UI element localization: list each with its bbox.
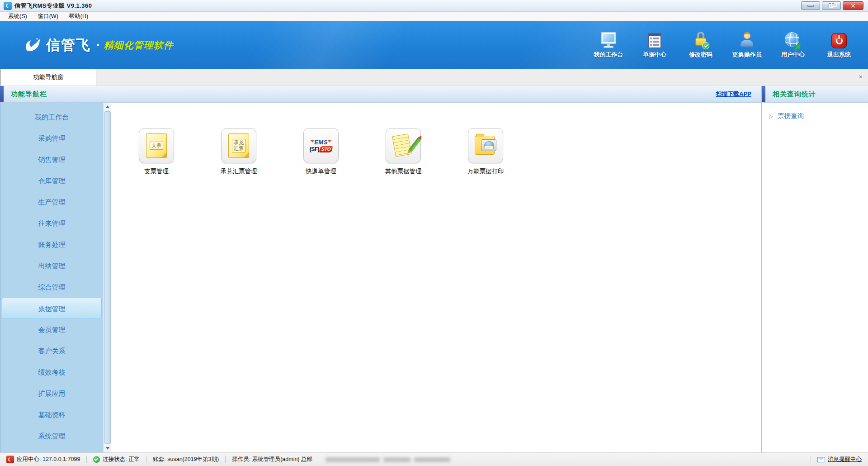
scroll-up-icon [106, 105, 109, 108]
sidebar-item-sales[interactable]: 销售管理 [0, 149, 103, 170]
brand-logo: 信管飞 · 精细化管理软件 [24, 36, 174, 55]
status-account: 账套: susan(2019年第3期) [146, 456, 225, 463]
right-panel-title: 相关查询统计 [773, 90, 816, 99]
sidebar-item-production[interactable]: 生产管理 [0, 191, 103, 213]
sidebar-item-performance[interactable]: 绩效考核 [0, 361, 103, 383]
toolbar-item-switch-operator[interactable]: 更换操作员 [731, 31, 763, 59]
acceptance-bill-icon: 承兑 汇票 [221, 128, 256, 163]
right-panel-accent [762, 86, 765, 102]
toolbar-item-user-center[interactable]: 用户中心 [777, 31, 809, 59]
scroll-thumb[interactable] [104, 111, 111, 444]
left-region: 功能导航栏 扫描下载APP 我的工作台 采购管理 销售管理 仓库管理 生产管理 … [0, 86, 761, 452]
connection-ok-icon [93, 456, 100, 463]
module-other-notes-management[interactable]: 其他票据管理 [376, 128, 430, 176]
workbench-monitor-icon [601, 31, 616, 48]
menu-item-window[interactable]: 窗口(W) [33, 12, 64, 21]
sidebar-item-extensions[interactable]: 扩展应用 [0, 383, 103, 404]
minimize-icon [807, 5, 814, 7]
nav-header-accent [0, 86, 4, 102]
right-panel-content: ▷ 票据查询 [762, 103, 868, 452]
tab-close-icon[interactable]: × [857, 72, 864, 81]
sidebar-scrollbar[interactable] [103, 103, 111, 452]
tab-function-navigation[interactable]: 功能导航窗 [0, 69, 96, 86]
menu-item-system[interactable]: 系统(S) [3, 12, 33, 21]
express-waybill-icon: EMS (SF) STO [303, 128, 339, 163]
redacted-text [319, 456, 468, 463]
change-password-lock-icon [693, 31, 708, 48]
toolbar-item-exit-system[interactable]: 退出系统 [823, 31, 855, 59]
sidebar-item-members[interactable]: 会员管理 [0, 319, 103, 340]
brand-name: 信管飞 [46, 36, 91, 55]
envelope-icon [817, 457, 825, 462]
header-banner: 信管飞 · 精细化管理软件 我的工作台 单据中心 修改密码 [0, 21, 868, 69]
sidebar-item-my-workbench[interactable]: 我的工作台 [0, 106, 103, 128]
workspace: 功能导航栏 扫描下载APP 我的工作台 采购管理 销售管理 仓库管理 生产管理 … [0, 86, 868, 452]
status-operator: 操作员: 系统管理员(admin) 总部 [226, 456, 319, 463]
sidebar-item-system[interactable]: 系统管理 [0, 425, 103, 447]
app-logo-icon [4, 2, 12, 10]
module-express-waybill-management[interactable]: EMS (SF) STO 快递单管理 [294, 128, 348, 176]
status-connection: 连接状态: 正常 [87, 456, 146, 463]
brand-slogan: 精细化管理软件 [104, 39, 174, 52]
title-bar: 信管飞RMS专业版 V9.1.360 ✕ [0, 0, 868, 12]
window-controls: ✕ [801, 1, 865, 10]
query-item-bills[interactable]: ▷ 票据查询 [769, 112, 868, 120]
status-bar: 应用中心: 127.0.0.1:7099 连接状态: 正常 账套: susan(… [0, 452, 868, 466]
brand-separator: · [96, 38, 100, 52]
sidebar-nav: 我的工作台 采购管理 销售管理 仓库管理 生产管理 往来管理 账务处理 出纳管理… [0, 103, 103, 452]
restore-icon [829, 4, 834, 8]
message-center-link[interactable]: 消息提醒中心 [811, 456, 868, 463]
download-app-link[interactable]: 扫描下载APP [716, 90, 751, 98]
module-acceptance-bill-management[interactable]: 承兑 汇票 承兑汇票管理 [212, 128, 266, 176]
toolbar-item-change-password[interactable]: 修改密码 [684, 31, 717, 59]
expander-triangle-icon: ▷ [769, 113, 773, 119]
minimize-button[interactable] [801, 1, 820, 10]
nav-panel-title: 功能导航栏 [11, 90, 47, 99]
menu-item-help[interactable]: 帮助(H) [64, 12, 94, 21]
document-center-icon [648, 31, 661, 48]
close-button[interactable]: ✕ [843, 1, 863, 10]
right-panel-header-band: 相关查询统计 [762, 86, 868, 103]
sidebar-item-contacts[interactable]: 往来管理 [0, 213, 103, 234]
toolbar-item-document-center[interactable]: 单据中心 [638, 31, 671, 59]
scroll-down-icon [106, 447, 109, 450]
sidebar-item-accounting[interactable]: 账务处理 [0, 234, 103, 255]
sidebar-item-warehouse[interactable]: 仓库管理 [0, 170, 103, 191]
app-center-logo-icon [6, 456, 14, 463]
brand-swoosh-icon [24, 37, 42, 53]
banner-toolbar: 我的工作台 单据中心 修改密码 更换操作员 [592, 31, 868, 59]
cheque-icon: 支票 [139, 128, 174, 163]
tab-strip: 功能导航窗 × [0, 69, 868, 86]
user-center-globe-icon [785, 31, 801, 48]
module-universal-ticket-print[interactable]: 万能票据打印 [458, 128, 513, 176]
window-title: 信管飞RMS专业版 V9.1.360 [14, 2, 92, 10]
restore-button[interactable] [822, 1, 841, 10]
sidebar-item-comprehensive[interactable]: 综合管理 [0, 276, 103, 298]
right-panel: 相关查询统计 ▷ 票据查询 [761, 86, 868, 452]
close-icon: ✕ [850, 3, 856, 9]
left-content: 我的工作台 采购管理 销售管理 仓库管理 生产管理 往来管理 账务处理 出纳管理… [0, 103, 761, 452]
status-app-center: 应用中心: 127.0.0.1:7099 [0, 456, 86, 463]
sidebar-item-cashier[interactable]: 出纳管理 [0, 255, 103, 276]
scroll-up-button[interactable] [104, 103, 112, 111]
module-icon-area: 支票 支票管理 承兑 汇票 承兑汇票管理 [111, 103, 761, 452]
nav-header-band: 功能导航栏 扫描下载APP [0, 86, 761, 103]
switch-operator-user-icon [739, 31, 755, 48]
sidebar-item-basic-data[interactable]: 基础资料 [0, 404, 103, 425]
toolbar-item-my-workbench[interactable]: 我的工作台 [592, 31, 625, 59]
universal-print-icon [468, 128, 503, 163]
menu-bar: 系统(S) 窗口(W) 帮助(H) [0, 12, 868, 21]
module-cheque-management[interactable]: 支票 支票管理 [129, 128, 184, 176]
sidebar-item-customer-relations[interactable]: 客户关系 [0, 340, 103, 361]
exit-system-power-icon [831, 31, 847, 48]
sidebar-item-bills-selected[interactable]: 票据管理 [2, 298, 102, 319]
scroll-down-button[interactable] [104, 444, 112, 452]
sidebar-item-purchase[interactable]: 采购管理 [0, 128, 103, 149]
other-notes-icon [386, 128, 421, 163]
